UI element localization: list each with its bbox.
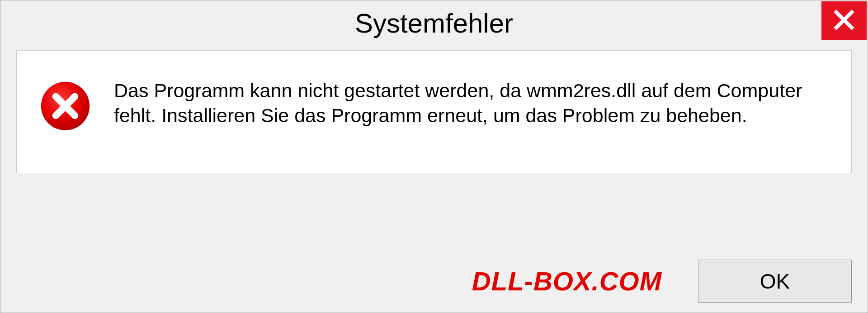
- message-panel: Das Programm kann nicht gestartet werden…: [16, 50, 852, 173]
- close-button[interactable]: [821, 1, 867, 40]
- titlebar: Systemfehler: [0, 0, 868, 46]
- dialog-title: Systemfehler: [355, 8, 513, 39]
- ok-button[interactable]: OK: [698, 260, 852, 303]
- error-icon: [39, 80, 91, 132]
- close-icon: [833, 9, 855, 33]
- dialog-footer: DLL-BOX.COM OK: [16, 260, 852, 303]
- watermark-text: DLL-BOX.COM: [472, 266, 662, 296]
- error-message: Das Programm kann nicht gestartet werden…: [114, 76, 829, 128]
